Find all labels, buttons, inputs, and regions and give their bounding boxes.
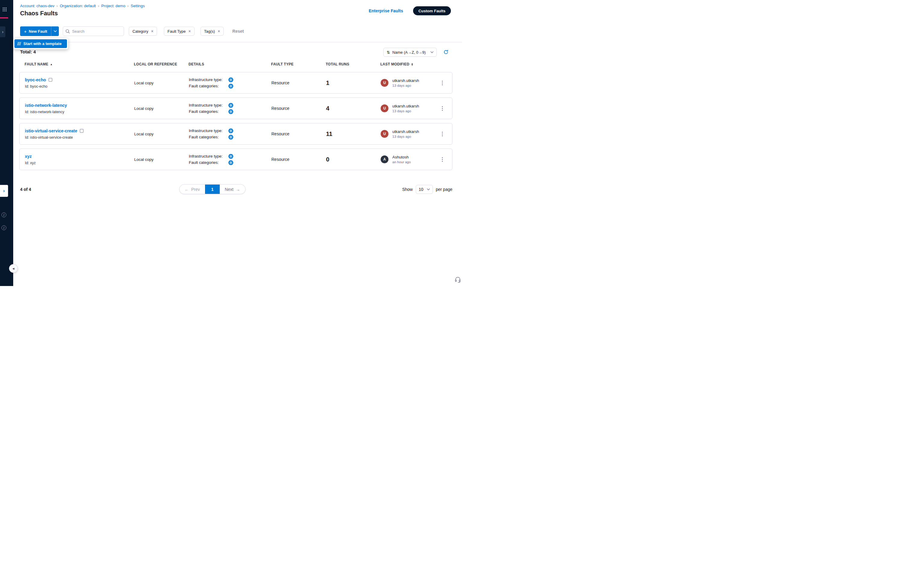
filter-chip-tags[interactable]: Tag(s) × — [201, 27, 224, 36]
sort-asc-icon: ▲ — [50, 63, 53, 66]
per-page-suffix: per page — [436, 187, 453, 192]
fault-row-istio-network-latency[interactable]: istio-network-latency Id: istio-network-… — [19, 98, 453, 119]
arrow-left-icon: ← — [185, 187, 189, 192]
main-content: Account: chaos-dev › Organization: defau… — [13, 0, 462, 286]
per-page-value: 10 — [419, 187, 423, 192]
sort-select[interactable]: ⇅ Name (A→Z, 0→9) — [383, 48, 437, 57]
info-icon[interactable]: i — [2, 213, 6, 217]
chevron-right-icon: › — [56, 4, 58, 8]
info-icon[interactable]: i — [2, 225, 6, 230]
column-local-or-reference: LOCAL OR REFERENCE — [134, 62, 188, 66]
avatar: A — [381, 155, 389, 163]
kubernetes-icon — [229, 78, 233, 82]
result-count: 4 of 4 — [20, 187, 31, 192]
nav-expand-button[interactable]: › — [0, 185, 8, 197]
search-input[interactable] — [63, 26, 124, 36]
chevron-right-icon: › — [2, 30, 4, 34]
kebab-menu-icon[interactable] — [439, 130, 445, 138]
infrastructure-type-label: Infrastructure type: — [189, 129, 229, 133]
modified-by: utkarsh.utkarsh — [392, 129, 419, 134]
sidebar-expand-button[interactable]: › — [0, 26, 5, 37]
prev-page-button[interactable]: ← Prev — [179, 185, 205, 194]
sort-toggle-icon: ▲▼ — [411, 63, 413, 66]
reset-filters-button[interactable]: Reset — [232, 29, 244, 34]
new-fault-label: New Fault — [29, 29, 47, 34]
modified-time: 13 days ago — [392, 135, 419, 138]
help-headset-icon[interactable] — [454, 277, 461, 284]
enterprise-faults-link[interactable]: Enterprise Faults — [369, 8, 403, 13]
chevron-down-icon — [54, 30, 57, 32]
plus-icon: + — [24, 29, 27, 34]
new-fault-button[interactable]: + New Fault — [20, 26, 51, 36]
fault-row-byoc-echo[interactable]: byoc-echo Id: byoc-echo Local copy Infra… — [19, 72, 453, 94]
search-box — [63, 26, 124, 36]
kubernetes-icon — [229, 109, 233, 114]
fault-row-istio-virtual-service-create[interactable]: istio-virtual-service-create Id: istio-v… — [19, 123, 453, 145]
chevron-right-icon: › — [3, 188, 5, 194]
column-total-runs: TOTAL RUNS — [326, 62, 380, 66]
kubernetes-icon — [229, 154, 233, 159]
avatar: U — [381, 104, 389, 112]
fault-name-link[interactable]: istio-virtual-service-create — [25, 129, 77, 133]
infrastructure-type-label: Infrastructure type: — [189, 154, 229, 159]
fault-name-link[interactable]: byoc-echo — [25, 78, 46, 82]
breadcrumb-organization-link[interactable]: Organization: default — [60, 4, 96, 8]
avatar: U — [381, 79, 389, 87]
fault-name-link[interactable]: istio-network-latency — [25, 103, 67, 108]
start-with-template-label: Start with a template — [23, 41, 62, 46]
table-header: FAULT NAME ▲ LOCAL OR REFERENCE DETAILS … — [19, 62, 453, 67]
infrastructure-type-label: Infrastructure type: — [189, 103, 229, 107]
kubernetes-icon — [229, 84, 233, 89]
accent-bar — [0, 17, 8, 18]
custom-faults-button[interactable]: Custom Faults — [413, 6, 451, 15]
start-with-template-item[interactable]: Start with a template — [14, 39, 67, 48]
filter-chip-fault-type[interactable]: Fault Type × — [164, 27, 194, 36]
next-page-button[interactable]: Next → — [220, 185, 245, 194]
modified-time: an hour ago — [392, 160, 411, 164]
breadcrumb-project-link[interactable]: Project: demo — [101, 4, 125, 8]
toolbar: + New Fault Category × Fault Type × — [20, 26, 244, 36]
total-runs-value: 0 — [326, 156, 381, 163]
fault-id: Id: istio-network-latency — [25, 110, 134, 114]
filter-chip-label: Category — [132, 29, 148, 34]
per-page-select[interactable]: 10 — [416, 185, 433, 194]
sidebar: › › i i — [0, 0, 13, 286]
fault-type-value: Resource — [271, 157, 326, 162]
close-icon[interactable]: × — [188, 29, 191, 33]
per-page-control: Show 10 per page — [402, 185, 453, 194]
kebab-menu-icon[interactable] — [439, 104, 445, 112]
checkbox-icon[interactable] — [49, 78, 52, 82]
modified-by: utkarsh.utkarsh — [392, 78, 419, 83]
breadcrumb-settings-link[interactable]: Settings — [131, 4, 145, 8]
kebab-menu-icon[interactable] — [439, 155, 445, 163]
column-fault-name[interactable]: FAULT NAME ▲ — [19, 62, 134, 66]
filter-chip-category[interactable]: Category × — [129, 27, 157, 36]
refresh-icon[interactable] — [443, 50, 448, 54]
app-grid-icon[interactable] — [2, 7, 7, 13]
arrow-right-icon: → — [236, 187, 240, 192]
local-or-reference-value: Local copy — [134, 157, 189, 162]
fault-categories-label: Fault categories: — [189, 84, 229, 88]
breadcrumb: Account: chaos-dev › Organization: defau… — [20, 4, 145, 8]
kebab-menu-icon[interactable] — [439, 79, 445, 87]
new-fault-menu-toggle[interactable] — [51, 26, 59, 36]
collapse-sidebar-button[interactable]: ◀ — [9, 264, 18, 273]
column-last-modified[interactable]: LAST MODIFIED ▲▼ — [380, 62, 439, 66]
chevron-right-icon: › — [127, 4, 129, 8]
kubernetes-icon — [229, 135, 233, 140]
template-icon — [17, 42, 21, 46]
page-number-button[interactable]: 1 — [205, 185, 220, 194]
total-runs-value: 4 — [326, 105, 381, 112]
local-or-reference-value: Local copy — [134, 81, 189, 85]
breadcrumb-account-link[interactable]: Account: chaos-dev — [20, 4, 54, 8]
filter-chip-label: Fault Type — [168, 29, 185, 34]
close-icon[interactable]: × — [218, 29, 220, 33]
checkbox-icon[interactable] — [80, 129, 84, 133]
close-icon[interactable]: × — [151, 29, 153, 33]
pagination: ← Prev 1 Next → — [179, 184, 246, 194]
local-or-reference-value: Local copy — [134, 106, 189, 111]
fault-row-xyz[interactable]: xyz Id: xyz Local copy Infrastructure ty… — [19, 149, 453, 170]
new-fault-dropdown: Start with a template — [13, 38, 68, 49]
chevron-down-icon — [431, 51, 434, 53]
fault-name-link[interactable]: xyz — [25, 154, 32, 159]
